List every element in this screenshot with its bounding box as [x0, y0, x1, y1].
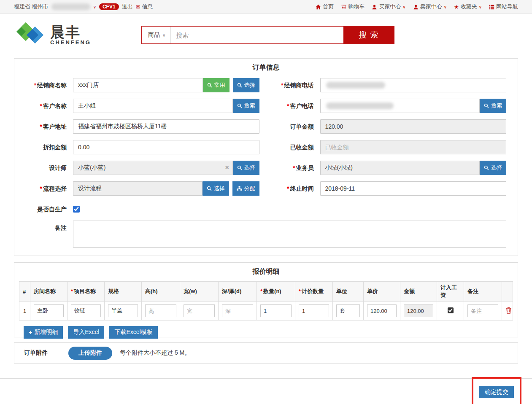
logo-name-en: CHENFENG — [50, 39, 91, 46]
message-label: 信息 — [142, 3, 153, 11]
download-template-button[interactable]: 下载Excel模板 — [109, 326, 157, 339]
upload-attachment-button[interactable]: 上传附件 — [68, 347, 112, 360]
dealer-name-label: *经销商名称 — [19, 78, 73, 92]
process-assign-button[interactable]: 分配 — [232, 181, 259, 196]
unit-input[interactable] — [336, 304, 360, 317]
col-item: *项目名称 — [68, 282, 105, 302]
col-index: # — [19, 282, 30, 302]
quote-detail-title: 报价明细 — [14, 263, 518, 279]
brand-logo[interactable]: 晨丰 CHENFENG — [14, 20, 136, 50]
search-icon — [237, 165, 242, 170]
end-time-input[interactable] — [320, 181, 507, 196]
unit-price-input[interactable] — [367, 304, 397, 317]
close-icon[interactable]: × — [225, 164, 229, 170]
search-input[interactable] — [171, 27, 343, 43]
customer-phone-search-button[interactable]: 搜索 — [480, 99, 506, 113]
message-link[interactable]: ✉ 信息 — [136, 3, 153, 11]
designer-input — [73, 161, 233, 175]
nav-home[interactable]: 首页 — [316, 3, 334, 11]
chevron-down-icon: ∨ — [444, 5, 447, 9]
search-category-select[interactable]: 商品 ∨ — [142, 27, 171, 43]
search-icon — [484, 103, 489, 108]
wage-checkbox[interactable] — [448, 307, 454, 313]
region-label: 福建省 福州市 — [14, 3, 49, 11]
chevron-down-icon: ∨ — [479, 5, 482, 9]
designer-select-button[interactable]: 选择 — [233, 161, 259, 175]
end-time-label: *终止时间 — [266, 181, 320, 196]
col-actions — [502, 282, 513, 302]
home-icon — [316, 4, 321, 10]
salesman-select-button[interactable]: 选择 — [480, 161, 506, 175]
topbar: 福建省 福州市 ∨ CFV1 退出 ✉ 信息 首页 购物车 买家中心 ∨ 卖家中… — [0, 0, 532, 14]
nav-cart[interactable]: 购物车 — [341, 3, 365, 11]
col-depth: 深/厚(d) — [219, 282, 257, 302]
add-row-button[interactable]: + 新增明细 — [24, 326, 63, 339]
row-remark-input[interactable] — [467, 304, 498, 317]
received-amount-input — [320, 140, 507, 154]
customer-phone-blurred — [326, 102, 394, 109]
dealer-name-input[interactable] — [73, 78, 203, 92]
dealer-phone-blurred — [326, 82, 385, 89]
import-excel-button[interactable]: 导入Excel — [68, 326, 104, 339]
col-width: 宽(w) — [180, 282, 219, 302]
nav-seller-center[interactable]: 卖家中心 ∨ — [413, 3, 447, 11]
remark-textarea[interactable] — [73, 221, 506, 248]
discount-amount-label: 折扣金额 — [19, 140, 73, 154]
nav-buyer-center[interactable]: 买家中心 ∨ — [372, 3, 405, 11]
customer-name-input[interactable] — [73, 99, 233, 113]
self-production-checkbox[interactable] — [73, 206, 80, 213]
trash-icon[interactable] — [505, 307, 512, 314]
height-input[interactable] — [145, 304, 176, 317]
salesman-label: *业务员 — [266, 161, 320, 175]
col-qty: *数量(n) — [257, 282, 295, 302]
search-icon — [207, 83, 212, 88]
logout-link[interactable]: 退出 — [122, 3, 133, 11]
spec-input[interactable] — [108, 304, 138, 317]
depth-input[interactable] — [222, 304, 253, 317]
required-asterisk: * — [34, 82, 36, 89]
nav-favorites[interactable]: ★ 收藏夹 ∨ — [454, 3, 482, 11]
search-button[interactable]: 搜索 — [343, 27, 394, 43]
col-room: 房间名称 — [30, 282, 68, 302]
customer-search-button[interactable]: 搜索 — [233, 99, 259, 113]
received-amount-label: 已收金额 — [266, 140, 320, 154]
self-production-label: 是否自生产 — [19, 202, 73, 216]
customer-address-input[interactable] — [73, 119, 259, 134]
search-icon — [237, 83, 242, 88]
col-spec: 规格 — [105, 282, 142, 302]
col-amount: 金额 — [400, 282, 437, 302]
room-name-input[interactable] — [34, 304, 64, 317]
process-input — [73, 181, 203, 196]
chevron-down-icon[interactable]: ∨ — [93, 5, 96, 9]
submit-button[interactable]: 确定提交 — [479, 386, 514, 398]
table-row: 1 — [19, 302, 513, 321]
col-remark: 备注 — [464, 282, 502, 302]
width-input[interactable] — [184, 304, 215, 317]
chevron-down-icon: ∨ — [162, 33, 165, 38]
quote-detail-panel: 报价明细 # 房间名称 *项目名称 规格 高(h) 宽(w) 深/厚(d) *数… — [14, 262, 518, 337]
discount-amount-input[interactable] — [73, 140, 259, 154]
attachment-hint: 每个附件大小不超过 5 M。 — [120, 349, 190, 357]
designer-label: 设计师 — [19, 161, 73, 175]
annotation-box: 确定提交 — [472, 377, 521, 404]
col-unit: 单位 — [333, 282, 364, 302]
user-icon — [372, 4, 377, 10]
dealer-common-button[interactable]: 常用 — [203, 78, 230, 92]
dealer-select-button[interactable]: 选择 — [233, 78, 259, 92]
item-name-input[interactable] — [71, 304, 101, 317]
logo-icon — [14, 20, 47, 50]
process-select-button[interactable]: 选择 — [203, 181, 229, 196]
customer-name-label: *客户名称 — [19, 99, 73, 113]
search-bar: 商品 ∨ 搜索 — [141, 26, 394, 44]
nav-site-map[interactable]: 网站导航 — [489, 3, 518, 11]
order-amount-label: 订单金额 — [266, 119, 320, 134]
plus-icon: + — [29, 329, 32, 336]
chevron-down-icon: ∨ — [402, 5, 405, 9]
salesman-input — [320, 161, 480, 175]
price-qty-input[interactable] — [299, 304, 329, 317]
version-badge: CFV1 — [99, 3, 119, 10]
qty-input[interactable] — [260, 304, 292, 317]
user-icon — [413, 4, 419, 10]
customer-address-label: *客户地址 — [19, 119, 73, 134]
col-height: 高(h) — [142, 282, 180, 302]
